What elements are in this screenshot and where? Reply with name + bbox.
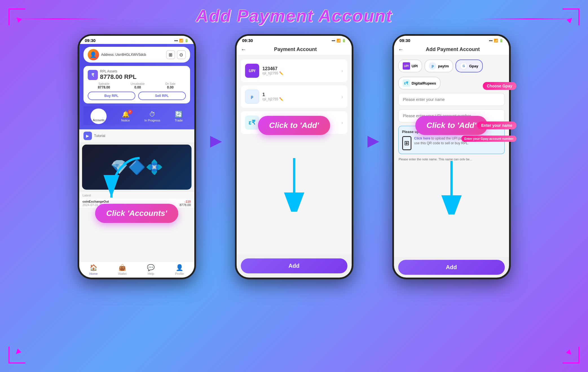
- phone3-frame: 09:30 ▪▪▪ 📶 🔋 ← Add Payment Account: [392, 34, 511, 279]
- profile-icon: 👤: [176, 264, 183, 271]
- digital-logo: ε₹: [245, 116, 259, 130]
- enter-gpay-badge: Enter your Gpay account number: [461, 136, 516, 142]
- address-bar[interactable]: 👤 Address: Usrr8HGLXWVSdcb ⊞ ⊙: [83, 47, 190, 63]
- phone3-time: 09:30: [400, 38, 410, 43]
- phone3-cta[interactable]: Click to 'Add': [415, 116, 488, 135]
- phone3-add-button[interactable]: Add: [398, 260, 505, 275]
- help-label: Help: [148, 272, 154, 275]
- phone1-time: 09:30: [85, 38, 96, 43]
- on-sale-label: On Sale: [165, 82, 175, 85]
- notice-badge: 7: [128, 110, 132, 114]
- accounts-icon: 🗂: [96, 111, 102, 118]
- nav-accounts[interactable]: 🗂 Accounts: [91, 108, 107, 124]
- tx-amount: -110: [180, 200, 191, 203]
- payment-types: UPI UPI p paytm: [398, 59, 505, 72]
- nav-accounts-label: Accounts: [93, 119, 104, 122]
- qr-placeholder: ⊞: [402, 136, 411, 150]
- wallet-label: Wallet: [118, 272, 127, 275]
- chevron-1: ›: [342, 68, 343, 74]
- nav-notice-label: Notice: [121, 119, 130, 122]
- phone3-screen: 09:30 ▪▪▪ 📶 🔋 ← Add Payment Account: [394, 36, 509, 278]
- rpl-icon: ₹: [88, 70, 98, 80]
- profile-label: Profile: [175, 272, 184, 275]
- chevron-3: ›: [342, 120, 343, 126]
- phone2-title: Payment Account: [249, 46, 342, 52]
- phone2-cta[interactable]: Click to 'Add': [258, 116, 330, 135]
- account2-id: rpl_hj2755 ✏️: [263, 97, 283, 101]
- phone3-wrapper: 09:30 ▪▪▪ 📶 🔋 ← Add Payment Account: [392, 34, 511, 279]
- type-upi[interactable]: UPI UPI: [398, 59, 422, 72]
- signal-icon: ▪▪▪: [174, 39, 178, 43]
- tutorial-label: Tutorial: [94, 134, 105, 138]
- unsaleable-value: 0.00: [131, 85, 145, 89]
- rpl-amount: 8778.00 RPL: [100, 73, 137, 81]
- phones-container: 09:30 ▪▪▪ 📶 🔋 👤 Address: Usrr8HGLXWVSdcb: [0, 34, 588, 279]
- p2-signal-icon: ▪▪▪: [332, 39, 335, 43]
- phone3-status-bar: 09:30 ▪▪▪ 📶 🔋: [394, 36, 509, 44]
- phone1-status-bar: 09:30 ▪▪▪ 📶 🔋: [79, 36, 194, 44]
- chevron-2: ›: [342, 94, 343, 100]
- bottom-home[interactable]: 🏠 Home: [89, 264, 98, 275]
- phone1-phone2-arrow: ▶: [210, 133, 221, 149]
- nav-trade[interactable]: 🔄 Trade: [175, 111, 183, 122]
- p2-battery-icon: 🔋: [342, 39, 346, 43]
- gpay-type-icon: G: [460, 62, 467, 70]
- tx-balance: 8778.00: [180, 203, 191, 207]
- bottom-help[interactable]: 💬 Help: [147, 264, 155, 275]
- blue-arrow-2: [283, 155, 305, 212]
- tutorial-icon: ▶: [83, 132, 92, 140]
- name-input-group: [398, 93, 505, 106]
- page-title: Add Payment Account: [0, 6, 588, 26]
- account-item-1[interactable]: UPI 123467 rpl_hj2755 ✏️ ›: [241, 59, 347, 82]
- account2-number: 1: [263, 92, 283, 97]
- blue-arrow-3: [440, 158, 463, 214]
- p2-wifi-icon: 📶: [336, 39, 341, 43]
- upi-type-label: UPI: [412, 64, 418, 68]
- phone2-time: 09:30: [242, 38, 253, 43]
- phone2-status-icons: ▪▪▪ 📶 🔋: [332, 39, 346, 43]
- wifi-icon: 📶: [179, 39, 183, 43]
- bottom-wallet[interactable]: 👜 Wallet: [118, 264, 127, 275]
- unsaleable-label: Unsaleable: [131, 82, 145, 85]
- rpl-label: RPL Assets: [100, 69, 137, 73]
- trade-icon: 🔄: [175, 111, 182, 118]
- phone2-content: UPI 123467 rpl_hj2755 ✏️ ›: [237, 55, 352, 159]
- phone2-cta-text: Click to 'Add': [269, 121, 319, 130]
- gpay-type-label: Gpay: [469, 64, 478, 68]
- name-input[interactable]: [398, 93, 505, 106]
- digital-type-label: DigitalRupees: [412, 81, 436, 85]
- upload-link[interactable]: Click here: [414, 136, 430, 140]
- phone2-add-button[interactable]: Add: [241, 258, 347, 273]
- paytm-type-icon: p: [429, 62, 436, 70]
- type-paytm[interactable]: p paytm: [424, 59, 453, 72]
- paytm-type-label: paytm: [438, 64, 449, 68]
- account1-number: 123467: [263, 66, 283, 71]
- buy-rpl-button[interactable]: Buy RPL: [88, 92, 135, 100]
- bottom-nav: 🏠 Home 👜 Wallet 💬 Help 👤: [79, 262, 194, 278]
- phone2-back[interactable]: ←: [241, 46, 246, 53]
- saleable-label: Saleable: [98, 82, 110, 85]
- type-gpay[interactable]: G Gpay: [455, 59, 483, 72]
- nav-notice[interactable]: 🔔 7 Notice: [121, 111, 130, 122]
- phone3-title: Add Payment Account: [407, 46, 499, 52]
- on-sale-value: 0.00: [165, 85, 175, 89]
- phone1-wrapper: 09:30 ▪▪▪ 📶 🔋 👤 Address: Usrr8HGLXWVSdcb: [78, 34, 196, 279]
- tutorial-row[interactable]: ▶ Tutorial: [79, 129, 194, 142]
- scan-button[interactable]: ⊙: [177, 50, 186, 59]
- account-item-2[interactable]: p 1 rpl_hj2755 ✏️ ›: [241, 85, 347, 108]
- phone3-back[interactable]: ←: [398, 46, 404, 53]
- home-label: Home: [89, 272, 98, 275]
- arrow-right-2: ▶: [367, 133, 378, 149]
- nav-inprogress[interactable]: ⏱ In Progress: [144, 111, 160, 122]
- p3-signal-icon: ▪▪▪: [489, 39, 493, 43]
- digital-type-icon: ε₹: [403, 79, 410, 87]
- qr-button[interactable]: ⊞: [166, 50, 175, 59]
- sell-rpl-button[interactable]: Sell RPL: [138, 92, 186, 100]
- account1-id: rpl_hj2755 ✏️: [263, 71, 283, 75]
- blue-arrow-1: [100, 152, 145, 209]
- saleable-value: 8778.00: [98, 85, 110, 89]
- phone2-header: ← Payment Account: [237, 44, 352, 55]
- bottom-profile[interactable]: 👤 Profile: [175, 264, 184, 275]
- address-text: Address: Usrr8HGLXWVSdcb: [101, 53, 164, 57]
- paytm-logo: p: [245, 90, 259, 104]
